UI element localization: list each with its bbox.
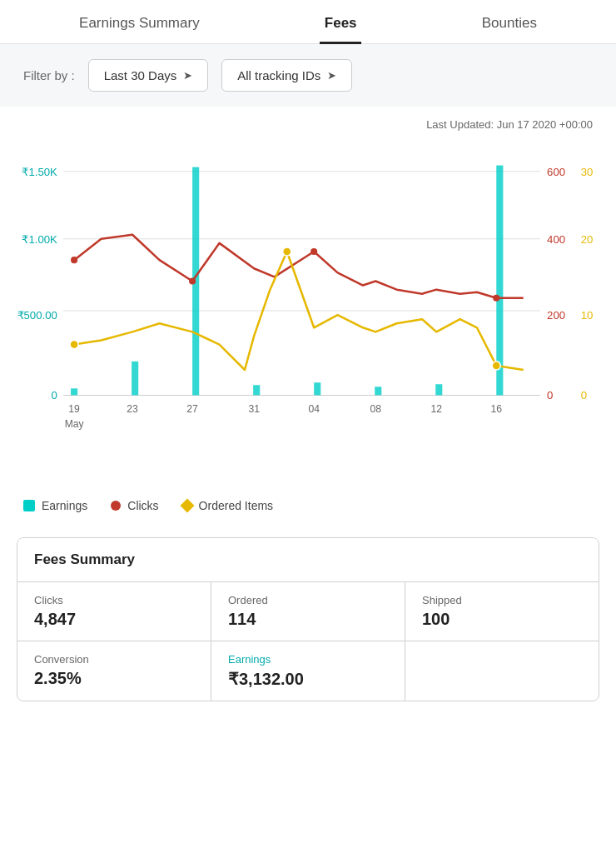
ordered-value: 114	[228, 610, 388, 629]
svg-point-28	[493, 295, 499, 302]
empty-cell	[405, 641, 599, 701]
svg-text:30: 30	[581, 166, 594, 178]
top-navigation: Earnings Summary Fees Bounties	[0, 0, 616, 44]
earnings-chart: ₹1.50K ₹1.00K ₹500.00 0 600 400 200 0 30…	[0, 136, 616, 486]
svg-point-27	[310, 248, 317, 255]
svg-text:23: 23	[127, 403, 138, 415]
svg-text:08: 08	[370, 403, 381, 415]
chevron-down-icon: ➤	[327, 69, 336, 82]
svg-rect-21	[314, 382, 320, 395]
clicks-icon	[111, 501, 121, 511]
nav-bounties[interactable]: Bounties	[482, 15, 537, 43]
earnings-value: ₹3,132.00	[228, 669, 388, 689]
svg-point-25	[71, 257, 77, 263]
legend-ordered-items: Ordered Items	[182, 499, 273, 512]
date-filter-button[interactable]: Last 30 Days ➤	[88, 59, 209, 92]
svg-text:₹1.00K: ₹1.00K	[22, 233, 57, 246]
clicks-cell: Clicks 4,847	[17, 582, 211, 641]
conversion-value: 2.35%	[34, 669, 194, 688]
nav-fees[interactable]: Fees	[325, 15, 357, 43]
svg-rect-22	[375, 387, 381, 395]
svg-text:31: 31	[248, 403, 260, 415]
svg-text:₹1.50K: ₹1.50K	[22, 166, 57, 178]
legend-earnings: Earnings	[23, 499, 87, 512]
svg-point-29	[68, 338, 80, 350]
svg-text:12: 12	[430, 403, 442, 415]
filter-bar: Filter by : Last 30 Days ➤ All tracking …	[0, 44, 616, 107]
clicks-label: Clicks	[34, 594, 194, 606]
filter-label: Filter by :	[23, 68, 75, 82]
conversion-label: Conversion	[34, 653, 194, 666]
shipped-value: 100	[422, 610, 582, 629]
svg-rect-23	[435, 384, 442, 395]
legend-ordered-items-label: Ordered Items	[199, 499, 273, 512]
svg-text:19: 19	[68, 403, 80, 415]
ordered-label: Ordered	[228, 594, 388, 606]
date-filter-label: Last 30 Days	[104, 68, 177, 82]
svg-point-26	[189, 277, 196, 284]
legend-earnings-label: Earnings	[42, 499, 87, 512]
svg-text:0: 0	[581, 390, 587, 402]
svg-text:04: 04	[308, 403, 320, 415]
svg-text:10: 10	[581, 309, 594, 322]
svg-text:0: 0	[52, 390, 57, 402]
legend-clicks-label: Clicks	[127, 499, 158, 512]
ordered-cell: Ordered 114	[211, 582, 405, 641]
fees-summary-card: Fees Summary Clicks 4,847 Ordered 114 Sh…	[17, 537, 599, 701]
svg-text:20: 20	[581, 233, 594, 246]
svg-rect-18	[132, 362, 138, 396]
svg-rect-17	[71, 388, 77, 395]
earnings-cell: Earnings ₹3,132.00	[211, 641, 405, 701]
nav-earnings-summary[interactable]: Earnings Summary	[79, 15, 200, 43]
shipped-label: Shipped	[422, 594, 582, 606]
shipped-cell: Shipped 100	[405, 582, 599, 641]
fees-summary-row-2: Conversion 2.35% Earnings ₹3,132.00	[17, 641, 599, 701]
fees-summary-title: Fees Summary	[17, 538, 599, 582]
legend-clicks: Clicks	[111, 499, 158, 512]
svg-text:600: 600	[547, 166, 565, 178]
tracking-filter-button[interactable]: All tracking IDs ➤	[221, 59, 352, 92]
svg-text:400: 400	[547, 233, 565, 246]
conversion-cell: Conversion 2.35%	[17, 641, 211, 701]
svg-point-31	[492, 362, 500, 370]
svg-text:16: 16	[490, 403, 502, 415]
svg-text:200: 200	[547, 309, 565, 322]
earnings-label: Earnings	[228, 653, 388, 666]
ordered-items-icon	[180, 499, 194, 513]
svg-text:May: May	[65, 418, 85, 430]
last-updated-text: Last Updated: Jun 17 2020 +00:00	[0, 107, 616, 136]
svg-point-30	[283, 247, 291, 256]
tracking-filter-label: All tracking IDs	[237, 68, 320, 82]
svg-rect-20	[253, 385, 260, 395]
clicks-value: 4,847	[34, 610, 194, 629]
svg-text:27: 27	[186, 403, 198, 415]
earnings-icon	[23, 500, 35, 511]
fees-summary-row-1: Clicks 4,847 Ordered 114 Shipped 100	[17, 582, 599, 641]
svg-text:₹500.00: ₹500.00	[17, 309, 57, 322]
svg-text:0: 0	[547, 390, 553, 402]
chevron-down-icon: ➤	[183, 69, 192, 82]
svg-rect-24	[496, 166, 503, 396]
chart-legend: Earnings Clicks Ordered Items	[0, 486, 616, 529]
